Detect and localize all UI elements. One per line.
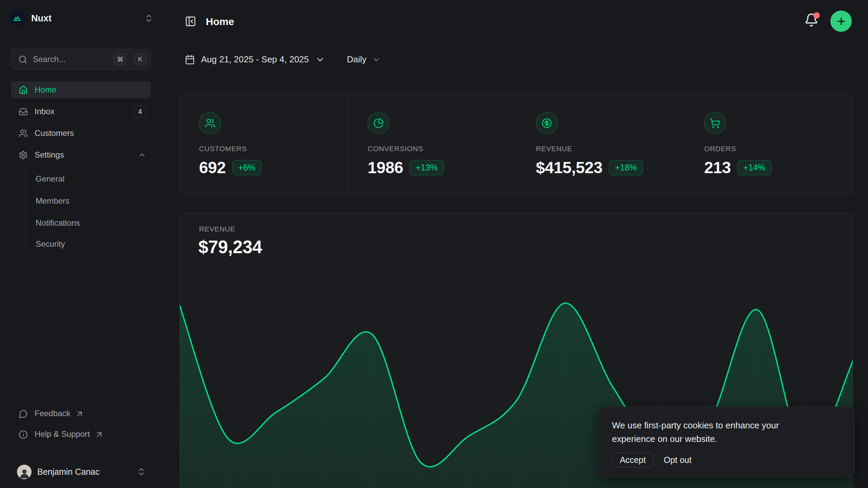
cmd-keycap: ⌘ xyxy=(114,53,126,66)
stat-icon-circle xyxy=(536,112,558,134)
user-name: Benjamin Canac xyxy=(37,467,131,477)
chevrons-up-down-icon xyxy=(144,14,154,23)
stats-panel: CUSTOMERS 692 +6% CONVERSIONS 1986 +13% … xyxy=(179,93,853,196)
cart-icon xyxy=(710,118,720,128)
stat-value: 692 xyxy=(199,158,226,177)
chevron-down-icon xyxy=(315,55,325,65)
page-title: Home xyxy=(206,16,234,27)
sidebar-item-security[interactable]: Security xyxy=(36,235,65,253)
stat-delta-badge: +6% xyxy=(232,160,262,175)
user-menu[interactable]: Benjamin Canac xyxy=(11,462,151,481)
sidebar-item-customers[interactable]: Customers xyxy=(11,125,151,142)
sidebar-item-members[interactable]: Members xyxy=(36,192,70,210)
pie-chart-icon xyxy=(373,118,384,128)
notifications-button[interactable] xyxy=(804,13,819,28)
sidebar-item-notifications[interactable]: Notifications xyxy=(36,214,80,232)
stat-label: CONVERSIONS xyxy=(368,145,502,153)
sidebar: Nuxt Search... ⌘ K Home Inbox 4 xyxy=(0,0,162,488)
info-icon xyxy=(19,430,28,439)
stat-value: 213 xyxy=(704,158,731,177)
granularity-select[interactable]: Daily xyxy=(347,54,381,65)
sidebar-item-label: Settings xyxy=(35,150,64,160)
feedback-label: Feedback xyxy=(35,409,70,418)
stat-delta-badge: +13% xyxy=(410,160,444,175)
stat-card-revenue[interactable]: REVENUE $415,523 +18% xyxy=(516,93,685,195)
date-range-value: Aug 21, 2025 - Sep 4, 2025 xyxy=(201,54,309,65)
help-support-link[interactable]: Help & Support xyxy=(11,426,151,443)
notification-dot xyxy=(813,12,820,19)
sidebar-item-home[interactable]: Home xyxy=(11,81,151,98)
sidebar-item-label: Inbox xyxy=(35,107,55,116)
inbox-icon xyxy=(19,107,28,116)
users-icon xyxy=(19,129,28,138)
accept-button[interactable]: Accept xyxy=(612,452,653,467)
sidebar-item-general[interactable]: General xyxy=(36,170,64,188)
sidebar-divider xyxy=(0,454,162,455)
stat-label: ORDERS xyxy=(704,145,839,153)
chevron-up-icon xyxy=(138,151,146,159)
nuxt-logo-icon xyxy=(9,11,25,26)
sidebar-item-inbox[interactable]: Inbox 4 xyxy=(11,103,151,120)
add-button[interactable] xyxy=(830,11,852,32)
sidebar-nav: Home Inbox 4 Customers Settings xyxy=(11,81,151,168)
home-icon xyxy=(19,85,28,95)
stat-card-conversions[interactable]: CONVERSIONS 1986 +13% xyxy=(348,93,516,195)
sidebar-item-label: Home xyxy=(35,85,56,95)
stat-delta-badge: +18% xyxy=(609,160,643,175)
revenue-chart-label: REVENUE xyxy=(199,225,235,233)
opt-out-button[interactable]: Opt out xyxy=(664,455,691,465)
filters-toolbar: Aug 21, 2025 - Sep 4, 2025 Daily xyxy=(162,44,868,76)
avatar xyxy=(17,465,32,479)
granularity-value: Daily xyxy=(347,54,367,65)
dollar-circle-icon xyxy=(541,118,552,128)
feedback-link[interactable]: Feedback xyxy=(11,405,151,422)
workspace-name: Nuxt xyxy=(31,13,138,24)
inbox-count-badge: 4 xyxy=(134,105,146,118)
sidebar-item-settings[interactable]: Settings xyxy=(11,146,151,163)
chevrons-up-down-icon xyxy=(137,467,146,476)
revenue-chart-value: $79,234 xyxy=(198,237,262,257)
external-link-icon xyxy=(95,430,104,439)
stat-label: CUSTOMERS xyxy=(199,145,334,153)
external-link-icon xyxy=(75,409,84,419)
stat-value: $415,523 xyxy=(536,158,603,177)
k-keycap: K xyxy=(134,53,146,66)
workspace-selector[interactable]: Nuxt xyxy=(9,9,154,28)
search-icon xyxy=(18,55,27,64)
stat-card-orders[interactable]: ORDERS 213 +14% xyxy=(685,93,853,195)
chat-bubble-icon xyxy=(19,409,28,419)
calendar-icon xyxy=(185,55,195,65)
sidebar-collapse-icon[interactable] xyxy=(185,16,196,27)
stat-label: REVENUE xyxy=(536,145,671,153)
plus-icon xyxy=(836,16,847,27)
stat-card-customers[interactable]: CUSTOMERS 692 +6% xyxy=(180,93,348,195)
stat-delta-badge: +14% xyxy=(737,160,771,175)
chevron-down-icon xyxy=(372,55,381,64)
help-support-label: Help & Support xyxy=(35,429,90,439)
users-icon xyxy=(205,118,215,128)
submenu-guide-line xyxy=(25,169,25,253)
search-input[interactable]: Search... ⌘ K xyxy=(11,49,151,70)
cookie-message: We use first-party cookies to enhance yo… xyxy=(612,419,822,446)
stat-icon-circle xyxy=(704,112,726,134)
date-range-picker[interactable]: Aug 21, 2025 - Sep 4, 2025 xyxy=(185,54,325,65)
cookie-banner: We use first-party cookies to enhance yo… xyxy=(598,407,854,477)
sidebar-item-label: Customers xyxy=(35,128,74,138)
gear-icon xyxy=(19,150,28,160)
stat-icon-circle xyxy=(368,112,389,134)
stat-value: 1986 xyxy=(368,158,403,177)
search-placeholder: Search... xyxy=(33,55,108,64)
stat-icon-circle xyxy=(199,112,221,134)
page-header: Home xyxy=(162,0,868,43)
sidebar-footer: Feedback Help & Support xyxy=(11,405,151,443)
